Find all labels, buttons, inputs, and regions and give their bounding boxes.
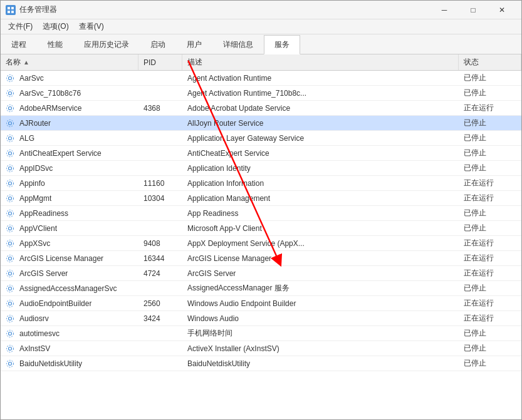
cell-desc: Application Management [182,191,459,205]
table-row[interactable]: AarSvc Agent Activation Runtime 已停止 [1,71,521,86]
menu-bar: 文件(F) 选项(O) 查看(V) [1,19,521,34]
service-icon [6,224,17,233]
service-name: ALG [19,134,34,143]
table-row[interactable]: AdobeARMservice 4368 Adobe Acrobat Updat… [1,101,521,116]
cell-pid [138,221,182,235]
svg-point-14 [9,151,12,155]
menu-view[interactable]: 查看(V) [74,20,109,33]
svg-point-20 [9,197,12,200]
menu-file[interactable]: 文件(F) [3,20,38,33]
cell-name: AudioEndpointBuilder [1,296,138,310]
content-area: 名称 ▲ PID 描述 状态 AarSvc Agent Activat [1,54,521,419]
svg-point-40 [9,347,12,350]
svg-point-26 [9,242,12,245]
cell-status: 已停止 [459,146,521,160]
window-controls: ─ □ ✕ [430,1,516,19]
table-row[interactable]: AppReadiness App Readiness 已停止 [1,206,521,221]
cell-desc: Windows Audio [182,311,459,325]
cell-name: AppIDSvc [1,161,138,175]
minimize-button[interactable]: ─ [430,1,459,19]
svg-point-24 [9,227,12,230]
table-row[interactable]: AJRouter AllJoyn Router Service 已停止 [1,116,521,131]
tab-performance[interactable]: 性能 [37,35,73,54]
cell-desc: Application Layer Gateway Service [182,131,459,145]
table-row[interactable]: BaiduNetdiskUtility BaiduNetdiskUtility … [1,356,521,371]
cell-desc: Windows Audio Endpoint Builder [182,296,459,310]
col-desc[interactable]: 描述 [182,54,459,70]
table-row[interactable]: ArcGIS License Manager 16344 ArcGIS Lice… [1,251,521,266]
tab-services[interactable]: 服务 [264,35,300,54]
tabs-bar: 进程 性能 应用历史记录 启动 用户 详细信息 服务 [1,34,521,54]
table-row[interactable]: AxInstSV ActiveX Installer (AxInstSV) 已停… [1,341,521,356]
table-row[interactable]: AudioEndpointBuilder 2560 Windows Audio … [1,296,521,311]
table-row[interactable]: AppMgmt 10304 Application Management 正在运… [1,191,521,206]
table-row[interactable]: AntiCheatExpert Service AntiCheatExpert … [1,146,521,161]
menu-options[interactable]: 选项(O) [38,20,73,33]
table-row[interactable]: ALG Application Layer Gateway Service 已停… [1,131,521,146]
cell-pid: 4368 [138,101,182,115]
cell-desc: ArcGIS Server [182,266,459,280]
svg-rect-3 [11,11,14,13]
table-row[interactable]: AppIDSvc Application Identity 已停止 [1,161,521,176]
cell-status: 已停止 [459,326,521,341]
cell-name: AJRouter [1,116,138,130]
tab-app-history[interactable]: 应用历史记录 [73,35,140,54]
cell-name: AppVClient [1,221,138,235]
cell-name: AarSvc_710b8c76 [1,86,138,100]
service-icon [6,269,17,278]
cell-status: 已停止 [459,86,521,100]
cell-pid [138,146,182,160]
table-row[interactable]: AppXSvc 9408 AppX Deployment Service (Ap… [1,236,521,251]
cell-name: BaiduNetdiskUtility [1,356,138,371]
table-row[interactable]: AppVClient Microsoft App-V Client 已停止 [1,221,521,236]
svg-point-9 [7,105,14,111]
svg-point-42 [9,362,12,365]
cell-pid [138,71,182,85]
cell-status: 已停止 [459,71,521,85]
svg-point-5 [7,74,14,81]
service-name: ArcGIS License Manager [19,254,103,263]
cell-desc: Adobe Acrobat Update Service [182,101,459,115]
cell-status: 已停止 [459,221,521,235]
service-icon [6,134,17,143]
service-name: AppVClient [19,224,57,233]
svg-point-27 [7,240,14,247]
table-row[interactable]: autotimesvc 手机网络时间 已停止 [1,326,521,341]
service-name: Audiosrv [19,314,49,323]
cell-name: AxInstSV [1,341,138,356]
tab-processes[interactable]: 进程 [1,35,37,54]
tab-startup[interactable]: 启动 [140,35,176,54]
cell-desc: AssignedAccessManager 服务 [182,281,459,295]
svg-point-38 [9,332,12,335]
cell-name: ArcGIS Server [1,266,138,280]
svg-point-15 [7,150,14,156]
svg-point-31 [7,270,14,277]
cell-status: 正在运行 [459,101,521,115]
table-body[interactable]: AarSvc Agent Activation Runtime 已停止 AarS… [1,71,521,419]
cell-status: 正在运行 [459,191,521,205]
close-button[interactable]: ✕ [488,1,516,19]
cell-status: 已停止 [459,131,521,145]
table-row[interactable]: Appinfo 11160 Application Information 正在… [1,176,521,191]
table-row[interactable]: ArcGIS Server 4724 ArcGIS Server 正在运行 [1,266,521,281]
cell-desc: Application Identity [182,161,459,175]
cell-desc: AppX Deployment Service (AppX... [182,236,459,250]
service-name: AppMgmt [19,194,51,203]
table-row[interactable]: AarSvc_710b8c76 Agent Activation Runtime… [1,86,521,101]
service-icon [6,284,17,293]
cell-desc: Microsoft App-V Client [182,221,459,235]
table-row[interactable]: Audiosrv 3424 Windows Audio 正在运行 [1,311,521,326]
tab-details[interactable]: 详细信息 [212,35,264,54]
tab-users[interactable]: 用户 [176,35,212,54]
col-name[interactable]: 名称 ▲ [1,54,138,70]
table-row[interactable]: AssignedAccessManagerSvc AssignedAccessM… [1,281,521,296]
cell-name: Appinfo [1,176,138,190]
col-pid[interactable]: PID [138,54,182,70]
service-name: AssignedAccessManagerSvc [19,284,117,293]
svg-point-34 [9,302,12,305]
service-name: AppReadiness [19,209,68,218]
maximize-button[interactable]: □ [459,1,488,19]
cell-status: 正在运行 [459,236,521,250]
col-status[interactable]: 状态 [459,54,521,70]
cell-pid [138,341,182,356]
